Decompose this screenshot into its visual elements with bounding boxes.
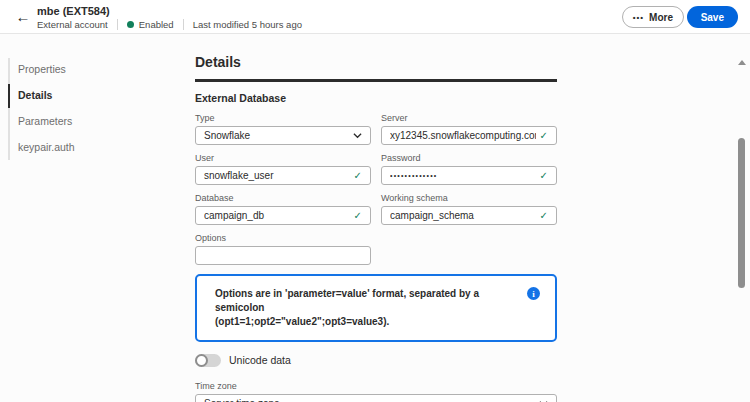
more-button[interactable]: ••• More [622, 6, 684, 28]
divider [183, 19, 184, 30]
options-field: Options [195, 233, 371, 265]
working-schema-label: Working schema [381, 193, 557, 203]
database-label: Database [195, 193, 371, 203]
sidebar-item-parameters[interactable]: Parameters [0, 108, 185, 134]
last-modified-label: Last modified 5 hours ago [193, 19, 302, 30]
external-database-form: Type Snowflake Server xy12345.snowflakec… [195, 113, 557, 265]
heading-rule [195, 79, 557, 82]
options-label: Options [195, 233, 371, 243]
more-button-label: More [649, 12, 673, 23]
sidebar-item-properties[interactable]: Properties [0, 56, 185, 82]
page-title: mbe (EXT584) [37, 5, 110, 17]
database-input[interactable]: campaign_db ✓ [195, 206, 371, 225]
details-panel: Details External Database Type Snowflake… [195, 34, 557, 402]
password-field: Password ••••••••••••• ✓ [381, 153, 557, 185]
details-heading: Details [195, 54, 557, 70]
status-label: Enabled [139, 19, 174, 30]
info-text-line2: (opt1=1;opt2="value2";opt3=value3). [215, 315, 515, 329]
sidebar: Properties Details Parameters keypair.au… [0, 34, 185, 402]
scroll-up-arrow-icon[interactable] [738, 60, 746, 65]
server-label: Server [381, 113, 557, 123]
type-select[interactable]: Snowflake [195, 126, 371, 145]
sidebar-items: Properties Details Parameters keypair.au… [0, 56, 185, 160]
server-input[interactable]: xy12345.snowflakecomputing.com ✓ [381, 126, 557, 145]
vertical-scrollbar [737, 40, 747, 402]
password-value: ••••••••••••• [390, 172, 536, 179]
info-text-line1: Options are in 'parameter=value' format,… [215, 287, 515, 315]
server-field: Server xy12345.snowflakecomputing.com ✓ [381, 113, 557, 145]
status-dot-icon [127, 21, 134, 28]
options-info-box: Options are in 'parameter=value' format,… [195, 274, 557, 342]
type-field: Type Snowflake [195, 113, 371, 145]
type-label: Type [195, 113, 371, 123]
server-value: xy12345.snowflakecomputing.com [390, 130, 536, 141]
database-field: Database campaign_db ✓ [195, 193, 371, 225]
valid-check-icon: ✓ [354, 170, 362, 181]
header-subtitle: External account Enabled Last modified 5… [37, 19, 302, 30]
external-database-heading: External Database [195, 92, 557, 104]
password-input[interactable]: ••••••••••••• ✓ [381, 166, 557, 185]
user-field: User snowflake_user ✓ [195, 153, 371, 185]
type-value: Snowflake [204, 130, 349, 141]
options-input[interactable] [195, 246, 371, 265]
toggle-knob [195, 354, 208, 367]
chevron-down-icon [353, 131, 362, 140]
password-label: Password [381, 153, 557, 163]
valid-check-icon: ✓ [354, 210, 362, 221]
page-header: ← mbe (EXT584) External account Enabled … [0, 0, 750, 34]
valid-check-icon: ✓ [540, 170, 548, 181]
unicode-data-row: Unicode data [195, 354, 557, 367]
save-button[interactable]: Save [687, 6, 738, 28]
account-type-label: External account [37, 19, 108, 30]
valid-check-icon: ✓ [540, 210, 548, 221]
timezone-select[interactable]: Server time zone [195, 394, 557, 402]
info-icon: i [527, 287, 540, 300]
working-schema-value: campaign_schema [390, 210, 536, 221]
working-schema-input[interactable]: campaign_schema ✓ [381, 206, 557, 225]
scrollbar-thumb[interactable] [738, 138, 745, 288]
user-input[interactable]: snowflake_user ✓ [195, 166, 371, 185]
timezone-value: Server time zone [204, 398, 535, 402]
status-badge: Enabled [127, 19, 174, 30]
user-label: User [195, 153, 371, 163]
unicode-data-label: Unicode data [229, 354, 291, 367]
grid-spacer [381, 233, 557, 265]
valid-check-icon: ✓ [540, 130, 548, 141]
ellipsis-icon: ••• [633, 13, 644, 22]
working-schema-field: Working schema campaign_schema ✓ [381, 193, 557, 225]
user-value: snowflake_user [204, 170, 350, 181]
database-value: campaign_db [204, 210, 350, 221]
sidebar-item-details[interactable]: Details [0, 82, 185, 108]
divider [117, 19, 118, 30]
timezone-label: Time zone [195, 381, 557, 391]
sidebar-item-keypair-auth[interactable]: keypair.auth [0, 134, 185, 160]
back-arrow-icon[interactable]: ← [13, 8, 33, 26]
unicode-data-toggle[interactable] [195, 354, 221, 367]
